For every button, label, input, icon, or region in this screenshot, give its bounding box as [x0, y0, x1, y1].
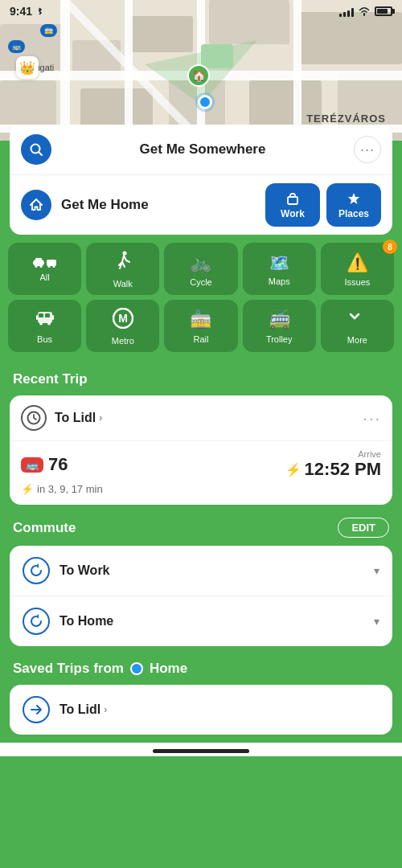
bus-type-icon: 🚌 [21, 457, 43, 473]
saved-trips-title: Saved Trips from Home [10, 657, 392, 685]
walk-label: Walk [113, 279, 133, 289]
transport-rail-button[interactable]: 🚋 Rail [164, 300, 237, 352]
svg-rect-42 [39, 313, 43, 317]
cycle-icon: 🚲 [190, 252, 211, 273]
district-label: TERÉZVÁROS [306, 113, 386, 125]
transport-more-button[interactable]: More [321, 300, 394, 352]
lightning-small-icon: ⚡ [21, 483, 34, 495]
metro-label: Metro [112, 336, 134, 346]
rotate-icon-home [23, 608, 50, 635]
map-transport-icon: 🚌 [8, 40, 25, 53]
trip-destination: To Lidl › [55, 411, 356, 425]
svg-rect-39 [52, 315, 54, 320]
transport-cycle-button[interactable]: 🚲 Cycle [164, 243, 237, 295]
saved-to-lidl-item[interactable]: To Lidl › [10, 685, 392, 735]
dropdown-arrow-work[interactable]: ▾ [374, 564, 379, 577]
search-icon [29, 142, 43, 157]
issues-badge: 8 [383, 240, 397, 254]
main-card: Get Me Somewhere ··· Get Me Home Work Pl… [10, 125, 392, 235]
metro-icon: M [113, 308, 133, 332]
svg-rect-25 [288, 197, 297, 204]
next-buses: ⚡ in 3, 9, 17 min [21, 483, 381, 495]
transport-grid: All Walk 🚲 Cycle 🗺️ Maps 8 ⚠️ Issues [0, 235, 402, 360]
search-button[interactable] [21, 134, 51, 165]
clock-icon [21, 405, 47, 431]
trip-details: 🚌 76 Arrive ⚡ 12:52 PM ⚡ in 3, 9, 17 min [10, 441, 392, 505]
all-label: All [39, 272, 49, 282]
more-options-button[interactable]: ··· [354, 136, 381, 163]
svg-point-31 [35, 265, 37, 268]
home-icon [29, 198, 43, 212]
issues-icon: ⚠️ [347, 252, 368, 273]
edit-commute-button[interactable]: EDIT [338, 518, 389, 538]
recent-trip-title: Recent Trip [10, 360, 392, 395]
rail-icon: 🚋 [190, 309, 211, 330]
home-button[interactable] [21, 190, 51, 220]
arrive-time: ⚡ 12:52 PM [285, 459, 381, 480]
work-button-label: Work [281, 208, 305, 219]
chevron-right-icon: › [99, 412, 102, 424]
maps-icon: 🗺️ [269, 253, 289, 272]
saved-destination-label: To Lidl › [59, 702, 379, 717]
status-bar: 9:41 [0, 0, 402, 23]
map-view[interactable]: 9:41 Nyugati 👑 🚌 🚋 [0, 0, 402, 141]
recent-trip-card[interactable]: To Lidl › ··· 🚌 76 Arrive ⚡ 12:52 PM [10, 395, 392, 505]
arrive-block: Arrive ⚡ 12:52 PM [285, 449, 381, 480]
more-label: More [347, 335, 367, 345]
to-home-item[interactable]: To Home ▾ [10, 596, 392, 646]
svg-point-20 [39, 9, 40, 10]
svg-rect-28 [33, 261, 35, 264]
transport-bus-button[interactable]: Bus [8, 300, 81, 352]
home-pin: 🏠 [187, 64, 211, 93]
all-icon [33, 257, 57, 268]
status-icons [339, 6, 392, 17]
transport-walk-button[interactable]: Walk [86, 243, 159, 295]
svg-rect-27 [34, 260, 43, 266]
svg-rect-38 [36, 315, 38, 320]
svg-rect-43 [45, 313, 50, 317]
to-work-item[interactable]: To Work ▾ [10, 546, 392, 596]
trip-card-header[interactable]: To Lidl › ··· [10, 395, 392, 441]
arrive-label: Arrive [285, 449, 381, 459]
svg-point-34 [47, 265, 50, 268]
svg-rect-30 [35, 258, 42, 260]
svg-point-35 [52, 265, 55, 268]
work-quick-button[interactable]: Work [265, 183, 320, 227]
lightning-icon: ⚡ [285, 462, 302, 477]
bus-number: 76 [48, 454, 68, 475]
current-location-dot [198, 95, 212, 109]
transport-trolley-button[interactable]: 🚎 Trolley [243, 300, 316, 352]
transport-issues-button[interactable]: 8 ⚠️ Issues [321, 243, 394, 295]
place-icon[interactable]: 👑 [16, 56, 39, 79]
dropdown-arrow-home[interactable]: ▾ [374, 615, 379, 628]
commute-title: Commute [13, 520, 76, 536]
saved-trips-section: Saved Trips from Home To Lidl › [10, 657, 392, 743]
content-area: Recent Trip To Lidl › ··· 🚌 76 [0, 360, 402, 743]
saved-trips-card: To Lidl › [10, 685, 392, 735]
transport-metro-button[interactable]: M Metro [86, 300, 159, 352]
transport-maps-button[interactable]: 🗺️ Maps [243, 243, 316, 295]
transport-all-button[interactable]: All [8, 243, 81, 295]
battery-icon [375, 6, 392, 16]
trip-options-button[interactable]: ··· [356, 409, 381, 428]
cycle-label: Cycle [190, 277, 212, 287]
to-work-label: To Work [59, 563, 374, 578]
more-icon [347, 309, 367, 331]
bus-icon [36, 309, 54, 330]
trip-info-row: 🚌 76 Arrive ⚡ 12:52 PM [21, 449, 381, 480]
search-bar[interactable]: Get Me Somewhere ··· [10, 125, 392, 175]
svg-text:M: M [118, 312, 128, 325]
home-bar [153, 749, 249, 753]
svg-marker-26 [348, 193, 359, 204]
arrow-circle-icon [23, 696, 50, 723]
places-button-label: Places [338, 208, 369, 219]
svg-rect-33 [47, 260, 56, 266]
to-home-label: To Home [59, 614, 374, 628]
status-time: 9:41 [10, 5, 43, 18]
work-icon [285, 191, 300, 206]
get-home-row[interactable]: Get Me Home Work Places [10, 175, 392, 235]
places-quick-button[interactable]: Places [326, 183, 381, 227]
star-icon [347, 191, 361, 206]
get-home-label: Get Me Home [61, 197, 259, 213]
trolley-icon: 🚎 [269, 309, 290, 330]
